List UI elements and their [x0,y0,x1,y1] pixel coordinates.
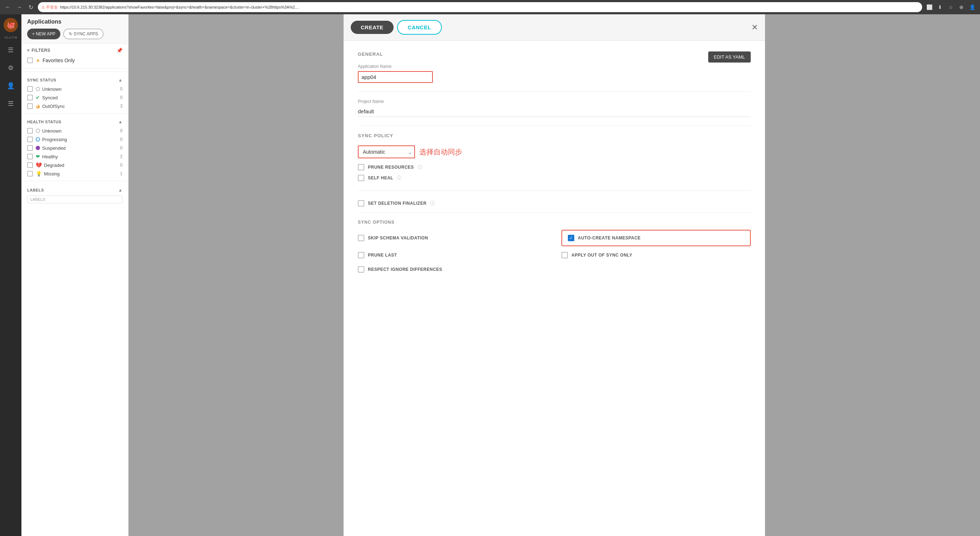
sidebar-item-list[interactable]: ☰ [3,96,18,111]
filters-section: ▿ FILTERS 📌 ★ Favorites Only [21,44,128,69]
filter-unknown-health: Unknown 0 [27,126,123,135]
close-button[interactable]: ✕ [751,23,758,32]
missing-count: 1 [120,171,123,176]
sync-options-grid: SKIP SCHEMA VALIDATION AUTO-CREATE NAMES… [358,230,751,275]
health-status-chevron[interactable]: ▲ [118,120,123,124]
new-app-button[interactable]: + NEW APP [27,29,60,39]
missing-icon: 💡 [36,171,42,177]
general-section-title: GENERAL [358,51,751,57]
profile-icon[interactable]: 👤 [968,3,977,11]
unknown-sync-text: Unknown [42,86,61,92]
sync-policy-section: SYNC POLICY None Automatic ⌄ 选择自动同步 [358,133,751,183]
unknown-health-icon [36,129,40,133]
forward-button[interactable]: → [15,3,24,11]
self-heal-label: SELF HEAL [368,175,393,180]
back-button[interactable]: ← [3,3,12,11]
refresh-button[interactable]: ↻ [26,3,35,11]
sync-policy-row: None Automatic ⌄ 选择自动同步 [358,145,751,158]
unknown-sync-count: 0 [120,86,123,91]
divider-form-4 [358,212,751,213]
labels-input-wrapper: LABELS [27,195,123,203]
apply-out-of-sync-checkbox[interactable] [562,252,568,258]
project-name-input[interactable] [358,106,751,117]
degraded-checkbox[interactable] [27,162,33,168]
prune-resources-label: PRUNE RESOURCES [368,165,414,170]
filters-label: FILTERS [32,48,51,53]
filter-missing: 💡 Missing 1 [27,169,123,178]
labels-section: LABELS ▲ LABELS [21,184,128,207]
skip-schema-checkbox[interactable] [358,235,364,241]
download-icon[interactable]: ⬇ [936,3,944,11]
progressing-count: 0 [120,137,123,142]
divider-1 [21,72,128,72]
bookmark-icon[interactable]: ☆ [947,3,955,11]
security-warning: ⚠ 不安全 [41,5,58,10]
avatar: 🐙 [3,18,18,32]
prune-resources-help-icon[interactable]: ⓘ [417,164,422,171]
extensions-icon[interactable]: ⊕ [957,3,966,11]
sidebar-item-layers[interactable]: ☰ [3,43,18,57]
screenshot-icon[interactable]: ⬜ [925,3,934,11]
filter-outofsync: ◕ OutOfSync 3 [27,102,123,110]
self-heal-checkbox[interactable] [358,175,364,181]
filter-unknown-sync: Unknown 0 [27,85,123,93]
synced-icon: ✔ [36,95,40,100]
unknown-sync-checkbox[interactable] [27,86,33,92]
browser-chrome: ← → ↻ ⚠ 不安全 https://10.6.215.30:32382/ap… [0,0,980,14]
labels-title: LABELS [27,188,44,192]
outofsync-icon: ◕ [36,103,40,109]
labels-chevron[interactable]: ▲ [118,188,123,193]
favorites-checkbox[interactable] [27,57,33,63]
unknown-health-checkbox[interactable] [27,128,33,134]
sync-policy-select[interactable]: None Automatic [358,145,415,158]
labels-input-label: LABELS [30,197,119,201]
app-name-input[interactable] [358,71,433,83]
sidebar: 🐙 v2.4.7+8 ☰ ⚙ 👤 ☰ [0,14,21,536]
sync-apps-button[interactable]: ↻ SYNC APPS [63,29,103,39]
prune-last-label: PRUNE LAST [368,253,397,258]
filter-synced: ✔ Synced 0 [27,93,123,102]
app-wrapper: 🐙 v2.4.7+8 ☰ ⚙ 👤 ☰ Applications + NEW AP… [0,0,980,536]
progressing-checkbox[interactable] [27,137,33,142]
healthy-count: 2 [120,154,123,159]
outofsync-checkbox[interactable] [27,103,33,109]
chinese-annotation: 选择自动同步 [419,147,462,157]
project-name-label: Project Name [358,99,751,104]
prune-resources-row: PRUNE RESOURCES ⓘ [358,162,751,172]
health-status-section: HEALTH STATUS ▲ Unknown 0 Progressing 0 [21,116,128,178]
sync-status-chevron[interactable]: ▲ [118,78,123,83]
synced-text: Synced [42,95,57,100]
suspended-checkbox[interactable] [27,145,33,151]
prune-last-checkbox[interactable] [358,252,364,258]
synced-checkbox[interactable] [27,95,33,100]
favorites-row: ★ Favorites Only [27,56,123,65]
healthy-checkbox[interactable] [27,154,33,160]
pin-icon: 📌 [116,48,123,53]
healthy-label: ❤ Healthy [36,154,117,160]
sidebar-item-user[interactable]: 👤 [3,79,18,93]
filter-healthy: ❤ Healthy 2 [27,152,123,161]
apps-panel: Applications + NEW APP ↻ SYNC APPS ▿ FIL… [21,14,129,536]
missing-checkbox[interactable] [27,171,33,177]
prune-resources-checkbox[interactable] [358,164,364,171]
self-heal-help-icon[interactable]: ⓘ [397,175,401,181]
apps-header: Applications + NEW APP ↻ SYNC APPS [21,14,128,44]
respect-ignore-checkbox[interactable] [358,266,364,273]
divider-3 [21,181,128,181]
healthy-text: Healthy [42,154,58,160]
progressing-icon [36,137,40,142]
divider-form-1 [358,91,751,92]
set-deletion-label: SET DELETION FINALIZER [368,201,426,206]
create-button[interactable]: CREATE [351,21,394,34]
sidebar-item-settings[interactable]: ⚙ [3,61,18,75]
auto-create-checkbox[interactable] [568,235,574,241]
suspended-icon [36,146,40,150]
sync-policy-select-wrapper: None Automatic ⌄ [358,145,415,158]
unknown-health-count: 0 [120,128,123,133]
outofsync-label: ◕ OutOfSync [36,103,117,109]
divider-form-2 [358,125,751,126]
cancel-button[interactable]: CANCEL [397,20,442,35]
set-deletion-checkbox[interactable] [358,200,364,207]
set-deletion-help-icon[interactable]: ⓘ [430,200,434,207]
edit-yaml-button[interactable]: EDIT AS YAML [708,51,751,62]
